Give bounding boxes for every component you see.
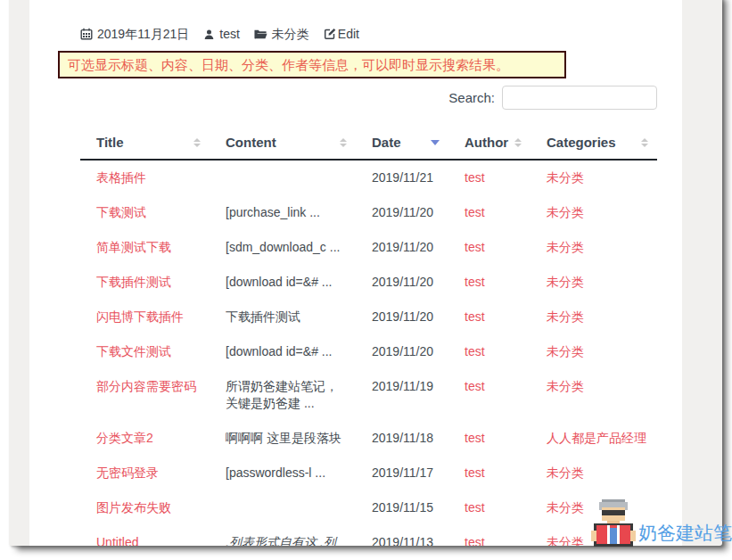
post-author-link[interactable]: test [465,309,485,324]
post-categories-cell: 未分类 [530,195,657,230]
column-label: Title [96,135,124,150]
post-title-cell: 闪电博下载插件 [80,300,210,334]
post-author-text[interactable]: test [219,25,240,43]
post-author-link[interactable]: test [465,465,485,480]
user-icon [203,29,215,40]
site-watermark: 奶爸建站笔记 [591,499,732,549]
calendar-icon [80,28,93,40]
post-title-cell: 下载测试 [80,195,210,230]
post-date-cell: 2019/11/18 [356,421,448,456]
search-bar: Search: [80,86,657,110]
table-row: 闪电博下载插件下载插件测试2019/11/20test未分类 [80,300,657,334]
column-header-author[interactable]: Author [448,128,530,160]
content-card: 2019年11月21日 test 未分类 [29,0,682,546]
post-category-link[interactable]: 未分类 [547,465,584,480]
posts-table: TitleContentDateAuthorCategories 表格插件201… [80,128,657,546]
table-row: 简单测试下载[sdm_download_c ...2019/11/20test未… [80,230,657,265]
post-title-link[interactable]: 下载插件测试 [96,275,171,289]
post-author-link[interactable]: test [465,500,485,515]
table-row: 下载插件测试[download id=&# ...2019/11/20test未… [80,265,657,300]
sort-icon [514,138,522,147]
post-content-cell: [download id=&# ... [210,334,356,369]
post-category-link[interactable]: 未分类 [547,379,584,393]
page-window: 2019年11月21日 test 未分类 [9,0,722,546]
post-title-link[interactable]: 部分内容需要密码 [96,379,196,393]
post-category-meta[interactable]: 未分类 [254,25,309,43]
post-date-cell: 2019/11/17 [356,456,448,490]
table-row: 下载文件测试[download id=&# ...2019/11/20test未… [80,334,657,369]
post-author-cell: test [448,230,530,265]
column-header-date[interactable]: Date [356,128,448,160]
post-author-cell: test [448,456,530,490]
post-edit-meta[interactable]: Edit [324,25,359,43]
posts-table-body: 表格插件2019/11/21test未分类下载测试[purchase_link … [80,160,657,546]
post-author-cell: test [448,334,530,369]
post-categories-cell: 未分类 [530,230,657,265]
post-date-text: 2019年11月21日 [97,25,189,43]
post-author-cell: test [448,265,530,300]
post-category-link[interactable]: 未分类 [547,535,584,546]
post-category-link[interactable]: 未分类 [547,309,584,324]
post-date-cell: 2019/11/20 [356,230,448,265]
post-author-link[interactable]: test [465,240,485,254]
posts-table-header-row: TitleContentDateAuthorCategories [80,128,657,160]
table-row: 下载测试[purchase_link ...2019/11/20test未分类 [80,195,657,230]
post-category-link[interactable]: 未分类 [547,344,584,358]
column-label: Author [465,135,508,150]
post-category-link[interactable]: 未分类 [547,240,584,254]
post-title-cell: 表格插件 [80,160,210,195]
sort-icon [193,138,201,147]
post-category-link[interactable]: 未分类 [547,170,584,185]
post-title-link[interactable]: 分类文章2 [96,431,153,445]
post-title-link[interactable]: 无密码登录 [96,465,159,480]
post-title-link[interactable]: 图片发布失败 [96,500,171,515]
post-category-link[interactable]: 未分类 [547,205,584,219]
post-author-link[interactable]: test [465,431,485,445]
post-title-link[interactable]: 下载测试 [96,205,146,219]
screenshot-stage: 2019年11月21日 test 未分类 [0,0,732,560]
post-category-link[interactable]: 未分类 [547,500,584,515]
search-label: Search: [448,90,495,105]
post-title-cell: Untitled [80,525,210,546]
post-title-link[interactable]: 简单测试下载 [96,240,171,254]
post-author-link[interactable]: test [465,344,485,358]
column-header-categories[interactable]: Categories [530,128,657,160]
post-categories-cell: 未分类 [530,300,657,334]
edit-link-text[interactable]: Edit [338,25,359,43]
post-title-link[interactable]: 表格插件 [96,170,146,185]
post-category-text[interactable]: 未分类 [272,25,309,43]
post-content-cell [210,160,356,195]
post-content-area: 2019年11月21日 test 未分类 [29,0,682,546]
post-meta-row: 2019年11月21日 test 未分类 [80,25,657,43]
post-title-cell: 下载文件测试 [80,334,210,369]
post-title-cell: 无密码登录 [80,456,210,490]
post-title-link[interactable]: 闪电博下载插件 [96,309,184,324]
post-author-cell: test [448,421,530,456]
post-author-link[interactable]: test [465,170,485,185]
post-author-link[interactable]: test [465,275,485,289]
search-input[interactable] [502,86,657,110]
sort-icon [641,138,648,147]
post-date-cell: 2019/11/15 [356,490,448,525]
post-categories-cell: 未分类 [530,334,657,369]
post-date-cell: 2019/11/20 [356,334,448,369]
sort-icon [340,138,347,147]
post-content-cell: [purchase_link ... [210,195,356,230]
folder-open-icon [254,29,267,40]
post-date-cell: 2019/11/20 [356,300,448,334]
post-author-meta[interactable]: test [203,25,240,43]
column-header-content[interactable]: Content [210,128,356,160]
post-title-cell: 分类文章2 [80,421,210,456]
post-title-link[interactable]: 下载文件测试 [96,344,171,358]
column-header-title[interactable]: Title [80,128,210,160]
post-author-cell: test [448,369,530,421]
post-content-cell: [download id=&# ... [210,265,356,300]
post-category-link[interactable]: 未分类 [547,275,584,289]
post-author-link[interactable]: test [465,379,485,393]
post-author-link[interactable]: test [465,205,485,219]
post-content-cell: 啊啊啊 这里是段落块 [210,421,356,456]
table-row: 表格插件2019/11/21test未分类 [80,160,657,195]
post-title-link[interactable]: Untitled [96,535,138,546]
post-category-link[interactable]: 人人都是产品经理 [547,431,646,445]
post-author-link[interactable]: test [465,535,485,546]
